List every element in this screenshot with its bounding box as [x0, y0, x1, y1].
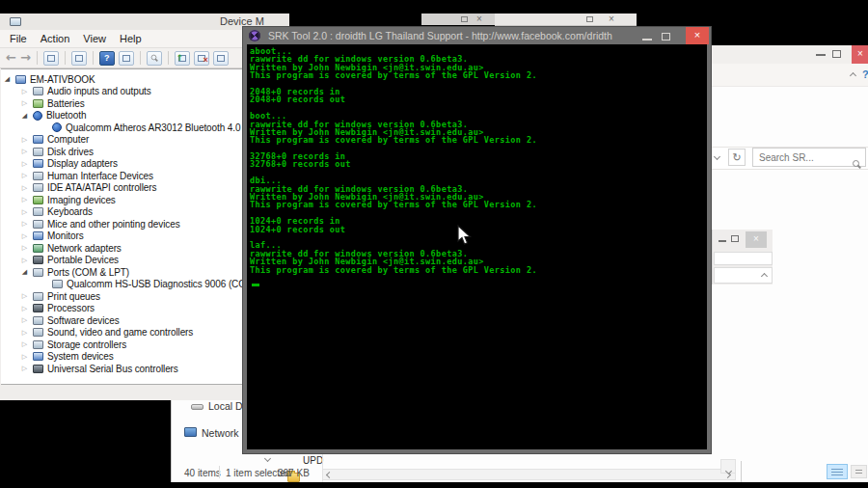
explorer-help-icon[interactable]: ?	[862, 68, 868, 80]
console-close-button[interactable]: ×	[686, 27, 709, 44]
device-label: Bluetooth	[46, 110, 86, 121]
menu-item[interactable]: Help	[120, 33, 142, 44]
expander-icon[interactable]	[20, 292, 29, 300]
thumbnail-view-button[interactable]	[851, 465, 867, 478]
list-view-button[interactable]	[119, 51, 134, 66]
console-title: SRK Tool 2.0 : droidth LG Thailand Suppo…	[268, 30, 644, 41]
properties-icon	[75, 55, 83, 62]
expander-icon[interactable]	[20, 208, 29, 216]
status-item-count: 40 items	[184, 468, 221, 478]
expander-icon[interactable]	[20, 112, 29, 120]
expander-icon[interactable]	[20, 136, 29, 144]
horizontal-scrollbar[interactable]	[322, 469, 736, 480]
dialog-maximize-icon[interactable]	[731, 235, 739, 242]
file-item-upd[interactable]: UPD	[303, 455, 323, 466]
expander-icon[interactable]	[20, 365, 29, 372]
update-arrow-icon: ↑	[176, 52, 184, 65]
disable-x-icon: ×	[203, 54, 208, 67]
expander-icon[interactable]	[20, 148, 29, 155]
dialog-scroll-up-icon[interactable]	[761, 273, 768, 280]
scroll-left-icon[interactable]	[326, 472, 333, 478]
device-icon	[52, 280, 63, 288]
disable-device-button[interactable]: ×	[194, 51, 209, 66]
properties-button[interactable]	[71, 51, 87, 66]
maximize-icon[interactable]	[586, 16, 593, 22]
sidebar-item-network[interactable]: Network	[202, 427, 239, 439]
menu-item[interactable]: File	[10, 33, 27, 44]
device-label: Qualcomm HS-USB Diagnostics 9006 (COM7)	[67, 279, 262, 289]
close-icon[interactable]: ×	[476, 14, 482, 24]
expander-icon[interactable]	[20, 316, 29, 324]
device-icon	[33, 244, 43, 253]
device-label: Portable Devices	[47, 255, 119, 265]
scroll-down-button[interactable]	[720, 459, 736, 474]
device-label: Monitors	[47, 230, 84, 241]
forward-button[interactable]: →	[20, 51, 31, 65]
device-icon	[33, 220, 43, 229]
expander-icon[interactable]	[20, 196, 29, 203]
device-label: Print queues	[47, 291, 100, 302]
expander-icon[interactable]	[20, 220, 29, 228]
device-label: System devices	[47, 351, 114, 362]
device-icon	[33, 196, 43, 204]
toolbar-separator	[37, 51, 38, 65]
dialog-minimize-icon[interactable]	[719, 240, 726, 242]
device-label: IDE ATA/ATAPI controllers	[47, 182, 156, 193]
expander-icon[interactable]	[20, 232, 29, 240]
refresh-button[interactable]: ↻	[728, 149, 746, 166]
expander-icon[interactable]	[20, 99, 29, 107]
details-view-button[interactable]	[827, 464, 848, 479]
device-label: Qualcomm Atheros AR3012 Bluetooth 4.0 + …	[66, 122, 264, 133]
explorer-close-button[interactable]: ×	[852, 45, 868, 64]
background-window-titlebar: ×	[495, 14, 637, 26]
console-line	[250, 233, 707, 241]
console-minimize-button[interactable]	[642, 39, 652, 41]
toolbar-separator	[168, 51, 169, 65]
console-line: 2048+0 records out	[250, 95, 707, 103]
menu-item[interactable]: Action	[41, 33, 70, 44]
search-input[interactable]	[752, 148, 866, 167]
toolbar-separator	[140, 51, 141, 65]
device-label: Computer	[47, 134, 89, 145]
expander-icon[interactable]	[20, 353, 29, 361]
device-label: Universal Serial Bus controllers	[47, 364, 178, 374]
expander-icon[interactable]	[20, 160, 29, 168]
dialog-close-button[interactable]: ×	[746, 231, 767, 248]
expander-icon[interactable]	[20, 340, 29, 348]
console-titlebar[interactable]: SRK Tool 2.0 : droidth LG Thailand Suppo…	[243, 27, 711, 44]
help-button[interactable]: ?	[99, 51, 115, 66]
show-console-button[interactable]	[43, 51, 59, 66]
expander-icon[interactable]	[20, 257, 29, 264]
update-driver-button[interactable]: ↑	[175, 51, 190, 66]
dialog-input-row[interactable]	[714, 252, 773, 265]
device-icon	[33, 365, 43, 373]
expander-icon[interactable]	[20, 244, 29, 252]
console-maximize-button[interactable]	[662, 33, 670, 41]
expander-icon[interactable]	[20, 305, 29, 312]
expander-icon[interactable]	[20, 184, 29, 192]
back-button[interactable]: ←	[6, 51, 16, 65]
device-icon	[33, 99, 43, 108]
close-icon[interactable]: ×	[609, 14, 614, 24]
expander-icon[interactable]	[3, 75, 12, 83]
menu-item[interactable]: View	[83, 33, 106, 44]
list-lines-icon	[831, 469, 843, 475]
device-label: Human Interface Devices	[47, 171, 153, 181]
expander-icon[interactable]	[20, 329, 29, 337]
scan-button[interactable]	[147, 51, 162, 66]
expand-chevron-icon[interactable]	[264, 455, 271, 462]
expander-icon[interactable]	[20, 172, 29, 179]
device-label: Software devices	[47, 315, 120, 326]
expander-icon[interactable]	[20, 88, 29, 95]
scan-hardware-button[interactable]	[213, 51, 229, 66]
console-line	[250, 169, 707, 176]
device-icon	[33, 183, 43, 192]
maximize-icon[interactable]	[461, 16, 468, 22]
expander-icon[interactable]	[20, 268, 29, 276]
explorer-minimize-icon[interactable]	[816, 54, 826, 56]
srk-tool-icon	[249, 30, 260, 41]
device-label: Processors	[47, 303, 95, 313]
mouse-cursor	[457, 225, 473, 246]
dialog-scroll-row[interactable]	[714, 267, 773, 284]
explorer-maximize-icon[interactable]	[832, 50, 841, 58]
